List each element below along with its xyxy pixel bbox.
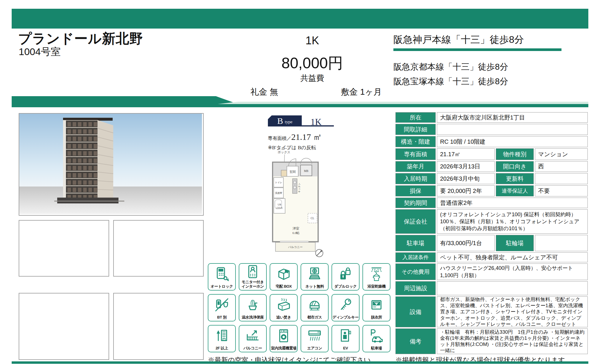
feature-delivery-box: 宅配 BOX bbox=[270, 263, 298, 291]
auto-lock-icon bbox=[214, 264, 230, 284]
details-table: 所在 大阪府大阪市淀川区新北野1丁目 間取詳細 構造・階建 RC 10階 / 1… bbox=[395, 112, 588, 354]
building-photo bbox=[19, 113, 204, 216]
detail-label: 周辺施設 bbox=[395, 281, 436, 295]
top-green-bar bbox=[12, 9, 588, 29]
feature-auto-lock: オートロック bbox=[208, 263, 236, 291]
svg-text:キッチン: キッチン bbox=[298, 183, 301, 193]
photo-placeholder-1 bbox=[19, 220, 109, 277]
svg-text:シューズ: シューズ bbox=[278, 147, 290, 150]
layout-type: 1K bbox=[225, 34, 400, 47]
detail-label: 備考 bbox=[395, 328, 436, 354]
feature-balcony: バルコニー bbox=[239, 325, 267, 352]
detail-value: マンション bbox=[535, 148, 588, 160]
svg-text:UB: UB bbox=[278, 203, 281, 206]
feature-indoor-laundry: 室内洗濯機置場 bbox=[270, 325, 298, 352]
svg-text:バルコニー: バルコニー bbox=[288, 245, 303, 249]
detail-value: ・駐輪場 有料：月額税込330円 1住戸1台のみ ・短期解約違約金有(1年未満の… bbox=[437, 328, 588, 354]
feature-free-internet: ネット無料 bbox=[301, 263, 329, 291]
double-lock-icon bbox=[338, 264, 353, 284]
access-line-1: 阪急神戸本線「十三」徒歩8分 bbox=[393, 33, 524, 46]
photo-placeholder-4 bbox=[113, 293, 204, 360]
detail-label: 損保 bbox=[395, 185, 436, 196]
detail-label: 物件種別 bbox=[496, 148, 534, 160]
monitor-intercom-icon bbox=[245, 264, 261, 280]
access-line-3: 阪急宝塚本線「十三」徒歩8分 bbox=[393, 76, 508, 87]
air-conditioner-icon bbox=[307, 326, 322, 346]
detail-value: 要 20,000円 2年 bbox=[437, 185, 495, 196]
detail-value: 普通借家2年 bbox=[437, 198, 588, 208]
free-internet-icon bbox=[307, 264, 322, 284]
detail-value: 21.17㎡ bbox=[437, 148, 495, 160]
feature-grid: オートロック モニター付き インターホン bbox=[208, 263, 391, 352]
detail-value bbox=[535, 173, 588, 184]
detail-label: 築年月 bbox=[395, 161, 436, 172]
detail-label: 保証会社 bbox=[395, 209, 436, 234]
detail-value bbox=[437, 124, 588, 135]
detail-value: RC 10階 / 10階建 bbox=[437, 136, 588, 147]
feature-air-conditioner: エアコン bbox=[301, 325, 329, 352]
detail-value bbox=[437, 281, 588, 295]
feature-dressing-room: 脱衣所 bbox=[362, 294, 390, 321]
reheating-bath-icon bbox=[276, 295, 292, 315]
detail-value: 有/33,000円/1台 bbox=[437, 235, 495, 251]
detail-value bbox=[535, 235, 588, 251]
rent-price: 80,000円 bbox=[225, 53, 400, 73]
access-underline bbox=[393, 48, 561, 51]
detail-value: 2026年3月中旬 bbox=[437, 173, 495, 184]
separate-bath-toilet-icon bbox=[214, 295, 230, 315]
detail-label: 連帯保証人 bbox=[496, 185, 534, 196]
property-flyer: プランドール新北野 1004号室 1K 80,000円 共益費 礼金 無 敷金 … bbox=[0, 0, 600, 364]
detail-value: 2026年3月13日 bbox=[437, 161, 495, 172]
detail-value: 西 bbox=[535, 161, 588, 172]
svg-text:6.0帖: 6.0帖 bbox=[292, 231, 299, 235]
delivery-box-icon bbox=[276, 264, 292, 284]
feature-washlet: 温水洗浄便座 bbox=[239, 294, 267, 321]
detail-label: 開口向き bbox=[496, 161, 534, 172]
feature-city-gas: 都市ガス bbox=[301, 294, 329, 321]
room-number: 1004号室 bbox=[19, 45, 61, 59]
detail-label: 所在 bbox=[395, 112, 436, 123]
balcony-icon bbox=[245, 326, 261, 346]
detail-label: その他費用 bbox=[395, 263, 436, 280]
feature-elevator: EV bbox=[332, 325, 360, 352]
detail-value: 不要 bbox=[535, 185, 588, 196]
svg-text:CL: CL bbox=[311, 217, 314, 220]
feature-double-lock: ダブルロック bbox=[332, 263, 360, 291]
detail-label: 駐輪場 bbox=[496, 235, 534, 251]
detail-label: 設備 bbox=[395, 296, 436, 327]
green-ribbon bbox=[12, 96, 588, 107]
bathroom-dryer-icon bbox=[369, 264, 384, 284]
svg-text:洋室: 洋室 bbox=[292, 226, 299, 231]
bottom-green-bar bbox=[12, 361, 588, 364]
feature-parking: 駐車場 bbox=[362, 325, 390, 352]
svg-text:(1014): (1014) bbox=[276, 207, 282, 209]
detail-label: 間取詳細 bbox=[395, 124, 436, 135]
svg-text:洗面室: 洗面室 bbox=[275, 191, 282, 194]
type-badge: Btype bbox=[268, 115, 302, 126]
detail-label: 駐車場 bbox=[395, 235, 436, 251]
detail-label: 専有面積 bbox=[395, 148, 436, 160]
elevator-icon bbox=[338, 326, 353, 346]
detail-value: 都市ガス、新築物件、インターネット使用料無料、宅配ボックス、浴室乾燥機、バストイ… bbox=[437, 296, 588, 327]
common-fee-label: 共益費 bbox=[225, 73, 400, 83]
feature-separate-bath-toilet: BT 別 bbox=[208, 294, 236, 321]
detail-label: 更新料 bbox=[496, 173, 534, 184]
city-gas-icon bbox=[307, 295, 322, 315]
washlet-icon bbox=[245, 295, 261, 315]
svg-text:玄関: 玄関 bbox=[289, 170, 296, 173]
feature-dimple-key: ディンプルキー bbox=[332, 294, 360, 321]
feature-reheating-bath: 追い焚き bbox=[270, 294, 298, 321]
photo-placeholder-2 bbox=[113, 220, 204, 277]
floorplan-drawing: シューズ ボックス 玄関 MB トイレ 洗面室 UB (1014) キッチン bbox=[268, 145, 326, 260]
feature-second-floor-up: 2F 以上 bbox=[208, 325, 236, 352]
svg-text:MB: MB bbox=[304, 169, 309, 173]
photo-placeholder-3 bbox=[19, 293, 109, 360]
dimple-key-icon bbox=[338, 295, 353, 315]
detail-label: 入居時期 bbox=[395, 173, 436, 184]
floorplan-area: 専有面積／21.17 ㎡ bbox=[268, 131, 335, 143]
feature-monitor-intercom: モニター付き インターホン bbox=[239, 263, 267, 291]
access-line-2: 阪急京都本線「十三」徒歩8分 bbox=[393, 61, 508, 73]
detail-value: 大阪府大阪市淀川区新北野1丁目 bbox=[437, 112, 588, 123]
detail-label: 契約期間 bbox=[395, 198, 436, 208]
detail-value: (オリコフォレントインシュア100) 保証料（初回契約時）100％、保証料（月額… bbox=[437, 209, 588, 234]
